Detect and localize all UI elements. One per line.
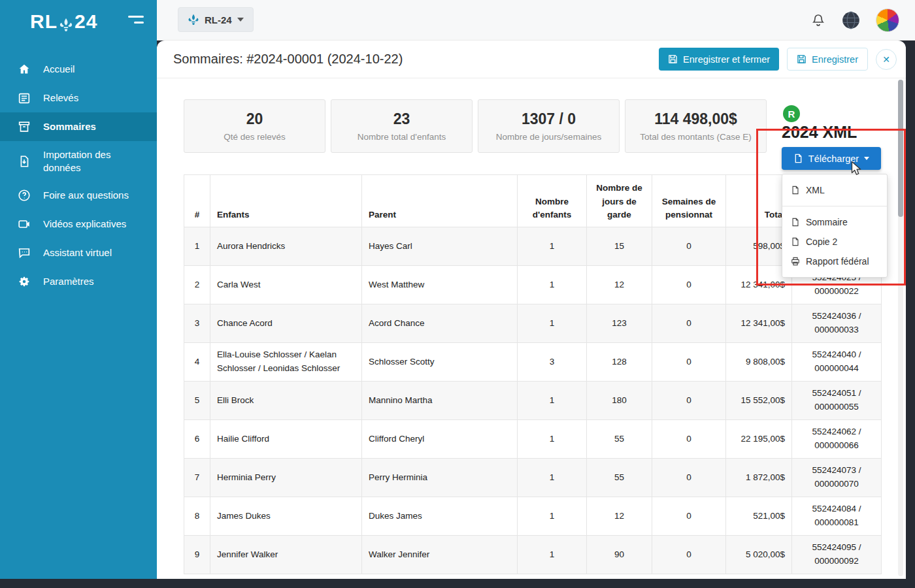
cell-child: Chance Acord (210, 304, 362, 343)
download-button[interactable]: Télécharger (782, 147, 881, 170)
download-menu: XML Sommaire Copie 2 Rapport fédéral (782, 174, 888, 278)
gear-icon (17, 274, 31, 289)
cell-days: 12 (587, 497, 652, 536)
table-row[interactable]: 7 Herminia Perry Perry Herminia 1 55 0 1… (184, 459, 882, 497)
sidebar-item-releves[interactable]: Relevés (0, 84, 157, 112)
sidebar-item-parametres[interactable]: Paramètres (0, 267, 157, 296)
cell-weeks: 0 (652, 382, 726, 420)
sidebar-item-label: Sommaires (43, 120, 96, 133)
cell-days: 55 (587, 459, 652, 497)
menu-divider (782, 206, 887, 206)
sidebar-item-accueil[interactable]: Accueil (0, 55, 157, 84)
table-row[interactable]: 2 Carla West West Matthew 1 12 0 12 341,… (184, 266, 882, 304)
fleur-de-lis-icon (59, 14, 73, 29)
cell-child: Ella-Louise Schlosser / Kaelan Schlosser… (210, 343, 362, 382)
app-switcher-label: RL-24 (205, 14, 232, 25)
chevron-down-icon (237, 18, 244, 22)
status-badge: R (783, 105, 800, 122)
table-row[interactable]: 4 Ella-Louise Schlosser / Kaelan Schloss… (184, 343, 882, 382)
bell-icon (810, 12, 826, 28)
notifications-button[interactable] (810, 12, 826, 28)
summaries-table: # Enfants Parent Nombre d'enfants Nombre… (184, 174, 882, 574)
modal-title: Sommaires: #2024-00001 (2024-10-22) (173, 52, 403, 67)
cell-days: 128 (587, 343, 652, 382)
cell-num: 5 (184, 382, 210, 420)
cell-ref: 552424051 / 000000055 (792, 382, 882, 420)
sidebar-item-label: Relevés (43, 91, 78, 105)
menu-item-xml[interactable]: XML (782, 180, 887, 200)
cell-parent: Clifford Cheryl (362, 420, 518, 459)
table-row[interactable]: 5 Elli Brock Mannino Martha 1 180 0 15 5… (184, 382, 882, 420)
xml-panel-title: 2024 XML (782, 123, 861, 142)
list-icon (17, 91, 31, 105)
sidebar-item-faq[interactable]: Foire aux questions (0, 181, 157, 210)
table-row[interactable]: 8 James Dukes Dukes James 1 12 0 521,00$… (184, 497, 882, 536)
card-value: 114 498,00$ (654, 110, 737, 128)
card-label: Total des montants (Case E) (640, 132, 751, 142)
cell-total: 5 020,00$ (726, 536, 792, 574)
cell-child: Elli Brock (210, 382, 362, 420)
cell-ref: 552424073 / 000000070 (792, 459, 882, 497)
close-button[interactable]: ✕ (876, 49, 897, 70)
cell-child: Jennifer Walker (210, 536, 362, 574)
cell-parent: Acord Chance (362, 304, 518, 343)
sidebar-item-videos[interactable]: Vidéos explicatives (0, 210, 157, 238)
globe-button[interactable] (842, 11, 860, 29)
summaries-table-wrap: # Enfants Parent Nombre d'enfants Nombre… (184, 174, 882, 574)
menu-item-label: Rapport fédéral (806, 256, 869, 267)
menu-item-label: Copie 2 (806, 237, 837, 247)
save-and-close-button[interactable]: Enregistrer et fermer (659, 48, 779, 71)
file-icon (791, 218, 800, 227)
printer-icon (791, 257, 800, 266)
download-button-label: Télécharger (808, 154, 859, 164)
vertical-scrollbar[interactable] (898, 80, 903, 576)
sidebar-item-label: Foire aux questions (43, 189, 129, 202)
video-camera-icon (17, 217, 31, 231)
cell-num: 6 (184, 420, 210, 459)
cell-weeks: 0 (652, 266, 726, 304)
card-value: 20 (246, 110, 263, 128)
cell-total: 521,00$ (726, 497, 792, 536)
cell-count: 1 (518, 227, 587, 266)
user-avatar[interactable] (876, 8, 899, 32)
column-header-semaines: Semaines de pensionnat (652, 175, 726, 227)
sidebar-item-sommaires[interactable]: Sommaires (0, 112, 157, 141)
cell-parent: West Matthew (362, 266, 518, 304)
menu-item-label: XML (806, 185, 825, 195)
cell-weeks: 0 (652, 497, 726, 536)
save-button[interactable]: Enregistrer (787, 48, 868, 71)
sidebar-toggle-button[interactable] (128, 16, 144, 27)
cell-num: 9 (184, 536, 210, 574)
menu-item-sommaire[interactable]: Sommaire (782, 212, 887, 232)
summaries-modal: Sommaires: #2024-00001 (2024-10-22) Enre… (157, 41, 906, 579)
menu-icon (134, 22, 144, 24)
table-row[interactable]: 6 Hailie Clifford Clifford Cheryl 1 55 0… (184, 420, 882, 459)
summary-cards: 20 Qté des relevés 23 Nombre total d'enf… (184, 99, 767, 153)
card-label: Nombre total d'enfants (358, 132, 446, 142)
logo-text-suffix: 24 (75, 10, 97, 33)
card-value: 1307 / 0 (522, 110, 576, 128)
file-icon (793, 154, 803, 163)
table-row[interactable]: 3 Chance Acord Acord Chance 1 123 0 12 3… (184, 304, 882, 343)
topbar-actions (810, 0, 899, 41)
card-label: Nombre de jours/semaines (496, 132, 601, 142)
cell-parent: Schlosser Scotty (362, 343, 518, 382)
cell-weeks: 0 (652, 304, 726, 343)
scrollbar-thumb[interactable] (898, 80, 903, 217)
app-switcher[interactable]: RL-24 (178, 7, 254, 32)
sidebar-item-importation[interactable]: Importation des données (0, 141, 157, 181)
sidebar-item-assistant[interactable]: Assistant virtuel (0, 238, 157, 267)
menu-item-copie-2[interactable]: Copie 2 (782, 232, 887, 252)
archive-box-icon (17, 120, 31, 134)
chevron-down-icon (864, 157, 869, 160)
cell-total: 9 808,00$ (726, 343, 792, 382)
table-row[interactable]: 9 Jennifer Walker Walker Jennifer 1 90 0… (184, 536, 882, 574)
column-header-nombre-enfants: Nombre d'enfants (518, 175, 587, 227)
cell-count: 1 (518, 304, 587, 343)
import-file-icon (17, 154, 31, 169)
menu-item-rapport-federal[interactable]: Rapport fédéral (782, 252, 887, 271)
table-row[interactable]: 1 Aurora Hendricks Hayes Carl 1 15 0 598… (184, 227, 882, 266)
file-icon (791, 237, 800, 246)
cell-parent: Walker Jennifer (362, 536, 518, 574)
table-header-row: # Enfants Parent Nombre d'enfants Nombre… (184, 175, 882, 227)
